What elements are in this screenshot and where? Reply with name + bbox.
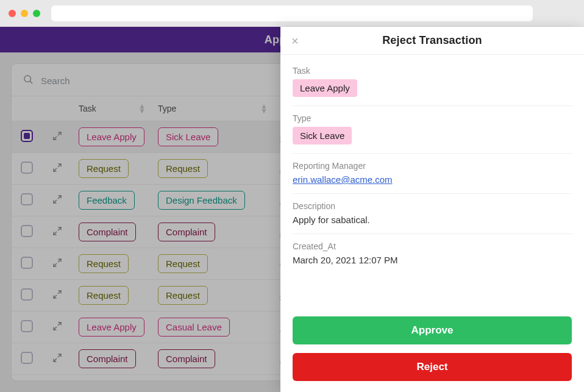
type-tag: Design Feedback (158, 191, 245, 210)
approve-button[interactable]: Approve (293, 316, 572, 344)
close-icon[interactable]: × (291, 35, 299, 47)
field-description-value: Apply for sabatical. (293, 215, 572, 225)
type-tag: Casual Leave (158, 318, 230, 337)
expand-icon[interactable] (52, 258, 62, 268)
field-type-label: Type (293, 113, 572, 123)
task-tag: Complaint (79, 223, 136, 241)
field-description-label: Description (293, 201, 572, 211)
search-icon (23, 74, 34, 87)
svg-line-14 (58, 323, 61, 326)
svg-line-12 (58, 291, 61, 294)
field-description: Description Apply for sabatical. (293, 194, 572, 234)
field-reporting-label: Reporting Manager (293, 161, 572, 171)
expand-icon[interactable] (52, 353, 62, 363)
expand-icon[interactable] (52, 226, 62, 236)
svg-line-5 (54, 168, 57, 171)
svg-line-17 (54, 358, 57, 362)
svg-line-6 (58, 196, 61, 199)
field-created-at-value: March 20, 2021 12:07 PM (293, 255, 572, 265)
col-header-task[interactable]: Task ▲▼ (73, 96, 152, 121)
svg-line-7 (54, 200, 57, 203)
detail-panel: × Reject Transaction Task Leave Apply Ty… (280, 27, 584, 392)
task-tag: Feedback (79, 191, 135, 210)
svg-line-15 (54, 327, 57, 330)
row-checkbox[interactable] (21, 288, 33, 301)
reject-button[interactable]: Reject (293, 353, 572, 381)
svg-line-3 (54, 137, 57, 140)
window-chrome (0, 0, 584, 27)
url-bar[interactable] (51, 5, 533, 21)
type-tag: Request (158, 286, 208, 305)
task-tag: Request (79, 286, 129, 305)
col-header-type-label: Type (158, 104, 176, 113)
col-header-task-label: Task (79, 104, 96, 113)
task-tag: Complaint (79, 349, 136, 368)
field-task-value: Leave Apply (293, 79, 357, 97)
svg-line-8 (58, 227, 61, 230)
panel-title: Reject Transaction (291, 34, 573, 47)
task-tag: Request (79, 159, 129, 178)
row-checkbox[interactable] (21, 130, 33, 142)
window-minimize-icon[interactable] (21, 10, 28, 17)
field-created-at: Created_At March 20, 2021 12:07 PM (293, 234, 572, 274)
svg-line-13 (54, 295, 57, 298)
field-created-at-label: Created_At (293, 241, 572, 251)
svg-line-9 (54, 232, 57, 235)
field-reporting: Reporting Manager erin.wallace@acme.com (293, 154, 572, 194)
task-tag: Leave Apply (79, 318, 144, 337)
row-checkbox[interactable] (21, 193, 33, 205)
row-checkbox[interactable] (21, 162, 33, 174)
col-header-expand (42, 96, 73, 121)
expand-icon[interactable] (52, 321, 62, 331)
svg-line-10 (58, 259, 61, 262)
window-maximize-icon[interactable] (33, 10, 40, 17)
task-tag: Leave Apply (79, 127, 144, 146)
type-tag: Request (158, 254, 208, 273)
field-task: Task Leave Apply (293, 59, 572, 106)
expand-icon[interactable] (52, 131, 62, 141)
row-checkbox[interactable] (21, 352, 33, 364)
traffic-lights (9, 10, 40, 17)
panel-body: Task Leave Apply Type Sick Leave Reporti… (280, 55, 584, 308)
row-checkbox[interactable] (21, 257, 33, 269)
field-reporting-value[interactable]: erin.wallace@acme.com (293, 174, 393, 185)
svg-line-1 (30, 81, 32, 83)
field-type: Type Sick Leave (293, 106, 572, 154)
expand-icon[interactable] (52, 163, 62, 173)
col-header-select (12, 96, 42, 121)
row-checkbox[interactable] (21, 320, 33, 332)
panel-header: × Reject Transaction (280, 27, 584, 55)
row-checkbox[interactable] (21, 225, 33, 237)
svg-line-11 (54, 263, 57, 266)
expand-icon[interactable] (52, 194, 62, 204)
sort-icon[interactable]: ▲▼ (260, 104, 268, 113)
type-tag: Request (158, 159, 208, 178)
panel-actions: Approve Reject (280, 308, 584, 392)
window-close-icon[interactable] (9, 10, 16, 17)
col-header-type[interactable]: Type ▲▼ (152, 96, 274, 121)
field-task-label: Task (293, 66, 572, 76)
task-tag: Request (79, 254, 129, 273)
type-tag: Complaint (158, 223, 215, 241)
svg-line-16 (58, 354, 61, 357)
type-tag: Sick Leave (158, 127, 218, 146)
svg-line-2 (58, 132, 61, 135)
expand-icon[interactable] (52, 290, 62, 299)
svg-line-4 (58, 164, 61, 167)
field-type-value: Sick Leave (293, 127, 352, 144)
sort-icon[interactable]: ▲▼ (138, 104, 146, 113)
type-tag: Complaint (158, 349, 215, 368)
